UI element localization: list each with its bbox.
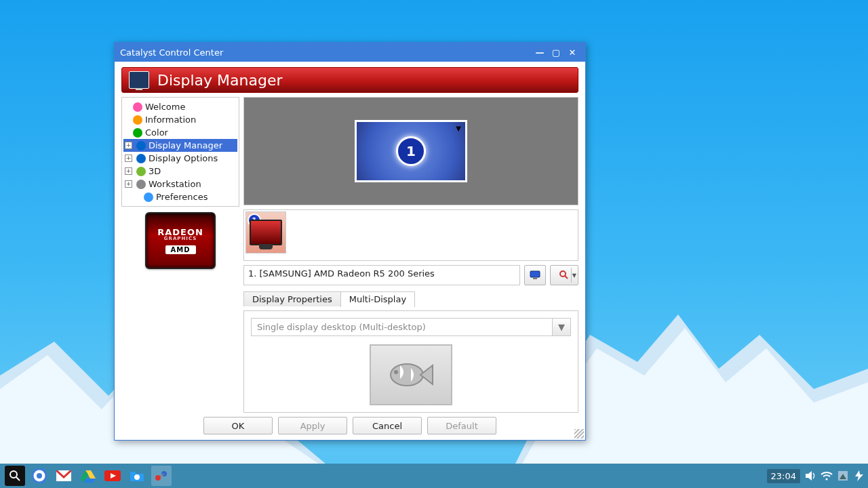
- expand-toggle[interactable]: +: [125, 180, 132, 188]
- ok-button[interactable]: OK: [203, 417, 273, 434]
- catalyst-launcher-active[interactable]: [151, 466, 172, 486]
- svg-point-9: [394, 370, 398, 374]
- cancel-button[interactable]: Cancel: [353, 417, 422, 434]
- mode-illustration: [370, 344, 452, 405]
- tree-item-3d[interactable]: +3D: [123, 165, 237, 178]
- display-1-thumb[interactable]: 1 ▼: [355, 120, 467, 182]
- monitor-thumbnails: 1: [243, 209, 578, 261]
- tree-item-label: 3D: [149, 165, 161, 177]
- desktop: Catalyst Control Center — ▢ ✕ Display Ma…: [0, 0, 868, 488]
- tree-item-welcome[interactable]: Welcome: [123, 100, 237, 113]
- files-launcher[interactable]: [127, 466, 147, 486]
- titlebar[interactable]: Catalyst Control Center — ▢ ✕: [115, 43, 585, 62]
- expand-toggle[interactable]: +: [125, 167, 132, 175]
- radeon-badge: RADEON GRAPHICS AMD: [145, 212, 216, 269]
- maximize-button[interactable]: ▢: [549, 45, 564, 59]
- tree-item-label: Display Manager: [149, 140, 222, 151]
- tree-item-label: Display Options: [149, 152, 218, 164]
- tree-item-icon: [133, 102, 142, 112]
- close-button[interactable]: ✕: [565, 45, 580, 59]
- youtube-icon: [104, 470, 121, 481]
- tree-item-display-manager[interactable]: +Display Manager: [123, 139, 237, 152]
- section-banner: Display Manager: [121, 67, 578, 93]
- svg-point-8: [391, 364, 423, 386]
- tree-item-workstation[interactable]: +Workstation: [123, 178, 237, 190]
- tree-item-icon: [136, 141, 146, 150]
- monitor-icon: [129, 71, 149, 89]
- resize-grip[interactable]: [574, 429, 584, 439]
- identify-display-button[interactable]: [524, 265, 546, 285]
- tree-item-label: Information: [145, 114, 196, 125]
- display-preview[interactable]: 1 ▼: [243, 97, 578, 205]
- monitor-icon: [530, 270, 540, 280]
- monitor-icon: [250, 220, 282, 245]
- tree-item-label: Workstation: [149, 178, 201, 190]
- chevron-down-icon[interactable]: ▼: [572, 272, 576, 279]
- search-icon: [559, 270, 569, 280]
- search-button[interactable]: [5, 466, 25, 486]
- drive-launcher[interactable]: [78, 466, 98, 486]
- folder-icon: [130, 470, 144, 482]
- svg-point-10: [10, 471, 17, 478]
- tree-item-color[interactable]: Color: [123, 126, 237, 139]
- apply-button[interactable]: Apply: [278, 417, 347, 434]
- svg-point-22: [155, 475, 161, 481]
- minimize-button[interactable]: —: [532, 45, 547, 59]
- chrome-launcher[interactable]: [29, 466, 50, 486]
- svg-marker-25: [806, 471, 812, 481]
- youtube-launcher[interactable]: [102, 466, 123, 486]
- chrome-icon: [32, 468, 47, 483]
- amd-text: AMD: [165, 245, 196, 254]
- tab-multi-display[interactable]: Multi-Display: [340, 291, 415, 307]
- catalyst-icon: [154, 468, 169, 483]
- chevron-down-icon[interactable]: ▼: [456, 125, 461, 132]
- svg-point-26: [826, 479, 828, 481]
- drive-icon: [81, 469, 96, 483]
- nav-tree[interactable]: WelcomeInformationColor+Display Manager+…: [121, 97, 239, 207]
- tab-content: Single display desktop (Multi-desktop) ▼: [243, 310, 578, 413]
- display-number-badge: 1: [396, 136, 426, 166]
- svg-point-21: [134, 474, 140, 480]
- tree-item-information[interactable]: Information: [123, 113, 237, 126]
- tab-strip: Display Properties Multi-Display: [243, 291, 578, 306]
- expand-toggle[interactable]: +: [125, 155, 132, 162]
- tree-item-icon: [133, 115, 142, 125]
- tree-item-label: Color: [145, 127, 168, 138]
- radeon-sub: GRAPHICS: [164, 236, 197, 241]
- tree-item-display-options[interactable]: +Display Options: [123, 152, 237, 165]
- chevron-down-icon[interactable]: ▼: [553, 318, 571, 336]
- tray-icon[interactable]: [837, 470, 849, 482]
- clock[interactable]: 23:04: [767, 469, 800, 483]
- dialog-buttons: OK Apply Cancel Default: [121, 413, 578, 436]
- multi-display-mode-select[interactable]: Single display desktop (Multi-desktop) ▼: [251, 318, 571, 336]
- catalyst-window: Catalyst Control Center — ▢ ✕ Display Ma…: [114, 42, 586, 441]
- tree-item-icon: [136, 180, 146, 189]
- search-icon: [9, 470, 20, 481]
- volume-icon[interactable]: [804, 470, 816, 482]
- tree-item-preferences[interactable]: Preferences: [123, 190, 237, 203]
- monitor-thumb-1[interactable]: 1: [245, 211, 286, 253]
- expand-toggle[interactable]: +: [125, 142, 132, 149]
- banner-title: Display Manager: [157, 72, 283, 89]
- tree-item-icon: [136, 167, 146, 176]
- default-button[interactable]: Default: [427, 417, 496, 434]
- gmail-launcher[interactable]: [54, 466, 74, 486]
- tree-item-icon: [136, 154, 146, 163]
- svg-line-7: [565, 276, 568, 279]
- mail-icon: [56, 470, 71, 481]
- tab-display-properties[interactable]: Display Properties: [243, 291, 341, 306]
- tree-item-label: Preferences: [156, 191, 208, 203]
- taskbar[interactable]: 23:04: [0, 464, 868, 488]
- svg-rect-5: [533, 278, 537, 279]
- detect-displays-button[interactable]: ▼: [550, 265, 578, 285]
- tree-item-label: Welcome: [145, 101, 185, 113]
- tree-item-icon: [133, 128, 142, 138]
- power-icon[interactable]: [853, 470, 865, 482]
- device-label: 1. [SAMSUNG] AMD Radeon R5 200 Series: [243, 265, 520, 285]
- svg-point-6: [560, 271, 566, 277]
- svg-point-14: [37, 473, 42, 479]
- svg-rect-4: [530, 271, 540, 277]
- wifi-icon[interactable]: [821, 470, 833, 482]
- select-value: Single display desktop (Multi-desktop): [251, 318, 553, 336]
- tree-item-icon: [144, 192, 153, 202]
